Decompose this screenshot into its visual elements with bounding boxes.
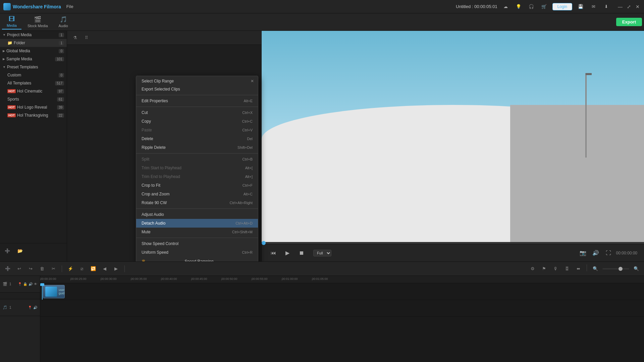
ctx-crop-to-fit[interactable]: Crop to Fit Ctrl+F — [136, 181, 258, 190]
tab-stock-media[interactable]: 🎬 Stock Media — [23, 14, 53, 30]
loop-button[interactable]: 🔁 — [89, 264, 98, 273]
delete-button[interactable]: 🗑 — [38, 264, 46, 273]
redo-button[interactable]: ↪ — [26, 264, 35, 273]
track-volume-icon[interactable]: 🔊 — [29, 282, 33, 286]
sidebar-label-project-media: Project Media — [7, 33, 32, 37]
add-track-button[interactable]: ➕ — [3, 264, 12, 273]
add-folder-icon[interactable]: 📂 — [15, 246, 25, 255]
ctx-trim-start[interactable]: Trim Start to Playhead Alt+[ — [136, 164, 258, 172]
ctx-edit-properties[interactable]: Edit Properties Alt+E — [136, 97, 258, 105]
ctx-paste[interactable]: Paste Ctrl+V — [136, 126, 258, 134]
track-lock-icon[interactable]: 📍 — [18, 282, 22, 286]
ctx-show-speed-control[interactable]: Show Speed Control — [136, 239, 258, 248]
split-by-time-button[interactable]: ⚡ — [66, 264, 75, 273]
grid-view-icon[interactable]: ⠿ — [82, 33, 91, 43]
tab-audio[interactable]: 🎵 Audio — [54, 14, 73, 30]
left-sidebar: ▼ Project Media 1 📁 Folder 1 ▶ Global Me… — [0, 31, 67, 261]
group-button[interactable]: ⧄ — [77, 264, 86, 273]
preview-fullscreen-icon[interactable]: ⛶ — [603, 248, 613, 258]
download-icon[interactable]: ⬇ — [602, 2, 610, 11]
ctx-paste-label: Paste — [142, 128, 152, 132]
marker-button[interactable]: ⚑ — [540, 264, 548, 273]
add-media-icon[interactable]: ➕ — [3, 246, 12, 255]
sidebar-item-logo-reveal[interactable]: HOT HoI Logo Reveal 39 — [0, 103, 67, 111]
track-mute-icon[interactable]: 🔒 — [23, 282, 27, 286]
preview-screenshot-icon[interactable]: 📷 — [578, 248, 588, 258]
next-frame-button[interactable]: ▶ — [112, 264, 120, 273]
quality-select[interactable]: Full Half 1/4 — [313, 250, 331, 256]
tick-1: 00:00:25:00 — [70, 277, 87, 281]
ctx-speed-ramping[interactable]: ♛ Speed Ramping — [136, 257, 258, 261]
media-tabs: 🎞 Media 🎬 Stock Media 🎵 Audio Export — [0, 13, 644, 31]
mail-icon[interactable]: ✉ — [589, 2, 598, 11]
preview-volume-icon[interactable]: 🔊 — [591, 248, 601, 258]
login-button[interactable]: Login — [552, 3, 572, 10]
ctx-uniform-speed[interactable]: Uniform Speed Ctrl+R — [136, 248, 258, 257]
export-button[interactable]: Export — [616, 18, 642, 26]
preview-progress-bar[interactable] — [262, 242, 644, 244]
sidebar-item-global-media[interactable]: ▶ Global Media 0 — [0, 47, 67, 55]
bulb-icon[interactable]: 💡 — [514, 2, 523, 11]
ctx-close-icon[interactable]: ✕ — [251, 79, 254, 83]
ctx-select-clip-range[interactable]: Select Clip Range — [142, 79, 174, 83]
ctx-adjust-audio[interactable]: Adjust Audio — [136, 210, 258, 219]
settings-button[interactable]: ⚙ — [528, 264, 537, 273]
play-button[interactable]: ▶ — [282, 248, 292, 258]
sidebar-item-thanksgiving[interactable]: HOT HoI Thanksgiving 22 — [0, 111, 67, 119]
ctx-detach-audio[interactable]: Detach Audio Ctrl+Alt+D — [136, 219, 258, 228]
ctx-delete[interactable]: Delete Del — [136, 134, 258, 143]
ctx-rotate-90-cw[interactable]: Rotate 90 CW Ctrl+Alt+Right — [136, 198, 258, 207]
sidebar-item-sample-media[interactable]: ▶ Sample Media 101 — [0, 55, 67, 63]
stop-button[interactable]: ⏹ — [297, 248, 307, 258]
track-audio-volume-icon[interactable]: 🔊 — [33, 306, 37, 309]
sidebar-item-custom[interactable]: Custom 0 — [0, 71, 67, 79]
preview-video-area — [262, 31, 644, 242]
undo-button[interactable]: ↩ — [15, 264, 23, 273]
ctx-trim-end[interactable]: Trim End to Playhead Alt+] — [136, 172, 258, 181]
headset-icon[interactable]: 🎧 — [527, 2, 536, 11]
merge-clips-button[interactable]: ⬌ — [574, 264, 583, 273]
maximize-button[interactable]: ⤢ — [626, 4, 632, 10]
tick-5: 00:00:45:00 — [191, 277, 207, 281]
track-audio-pin-icon[interactable]: 📍 — [28, 306, 32, 309]
save-icon[interactable]: 💾 — [576, 2, 585, 11]
prev-frame-button[interactable]: ◀ — [100, 264, 109, 273]
ctx-cut-label: Cut — [142, 110, 148, 115]
track-video-label: 1 — [9, 282, 11, 286]
track-visible-icon[interactable]: 👁 — [34, 282, 37, 286]
zoom-handle[interactable] — [619, 267, 623, 271]
sidebar-item-sports[interactable]: Sports 61 — [0, 95, 67, 103]
menu-file[interactable]: File — [66, 4, 73, 9]
sidebar-item-all-templates[interactable]: All Templates 517 — [0, 79, 67, 87]
sidebar-item-preset-templates[interactable]: ▼ Preset Templates — [0, 63, 67, 71]
zoom-in-button[interactable]: 🔍 — [632, 264, 641, 273]
ctx-cut[interactable]: Cut Ctrl+X — [136, 108, 258, 117]
clip-block-user-guide[interactable]: user guide — [43, 285, 65, 298]
rewind-button[interactable]: ⏮ — [268, 248, 278, 258]
cart-icon[interactable]: 🛒 — [540, 2, 548, 11]
filter-icon[interactable]: ⚗ — [70, 33, 80, 43]
close-button[interactable]: ✕ — [635, 4, 641, 10]
scissors-button[interactable]: ✂ — [49, 264, 58, 273]
ctx-split[interactable]: Split Ctrl+B — [136, 155, 258, 164]
tick-7: 00:00:55:00 — [252, 277, 268, 281]
sidebar-item-cinematic[interactable]: HOT HoI Cinematic 97 — [0, 87, 67, 95]
sidebar-item-folder[interactable]: 📁 Folder 1 — [0, 39, 67, 47]
tab-media[interactable]: 🎞 Media — [2, 14, 21, 29]
ctx-crop-and-zoom[interactable]: Crop and Zoom Alt+C — [136, 190, 258, 198]
track-audio-label: 1 — [9, 306, 11, 309]
audio-mix-button[interactable]: 🎛 — [562, 264, 571, 273]
sidebar-item-project-media[interactable]: ▼ Project Media 1 — [0, 31, 67, 39]
minimize-button[interactable]: — — [617, 4, 623, 10]
zoom-out-button[interactable]: 🔍 — [591, 264, 600, 273]
voice-record-button[interactable]: 🎙 — [551, 264, 560, 273]
sidebar-label-cinematic: HoI Cinematic — [17, 89, 42, 94]
audio-track-row — [40, 300, 644, 317]
ctx-copy[interactable]: Copy Ctrl+C — [136, 117, 258, 126]
ctx-mute[interactable]: Mute Ctrl+Shift+M — [136, 228, 258, 236]
cloud-icon[interactable]: ☁ — [501, 2, 510, 11]
ctx-export-selected[interactable]: Export Selected Clips — [136, 85, 258, 94]
progress-playhead[interactable] — [262, 241, 266, 245]
zoom-slider[interactable] — [602, 268, 629, 269]
ctx-ripple-delete[interactable]: Ripple Delete Shift+Del — [136, 143, 258, 152]
